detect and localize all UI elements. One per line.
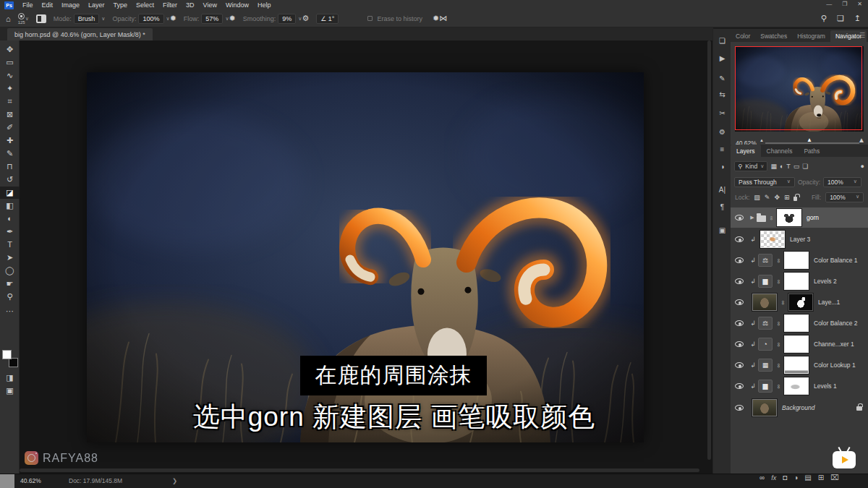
smoothing-gear-icon[interactable]: ⚙	[302, 14, 309, 23]
menu-layer[interactable]: Layer	[88, 1, 105, 9]
layer-row-color-balance-1[interactable]: ↲ ⚖ ∞ Color Balance 1	[731, 250, 868, 270]
gradient-tool[interactable]: ◧	[0, 200, 20, 212]
lock-pixels-icon[interactable]: ✎	[765, 194, 770, 201]
mask-link-icon[interactable]: ∞	[780, 299, 786, 306]
brush-panel-toggle-icon[interactable]	[36, 14, 46, 23]
actions-panel-icon[interactable]: ▶	[713, 51, 731, 65]
symmetry-icon[interactable]: ⋈	[439, 14, 447, 23]
mask-link-icon[interactable]: ∞	[775, 257, 782, 264]
brush-tool[interactable]: ✎	[0, 147, 20, 160]
menu-3d[interactable]: 3D	[186, 1, 195, 9]
crop-tool[interactable]: ⌗	[0, 95, 20, 108]
restore-button[interactable]: ❐	[842, 1, 847, 7]
visibility-eye-icon[interactable]	[735, 383, 744, 389]
zoom-out-icon[interactable]: ▲	[760, 138, 764, 142]
layer-name[interactable]: Levels 1	[814, 382, 837, 390]
layer-row-color-balance-2[interactable]: ↲ ⚖ ∞ Color Balance 2	[731, 313, 868, 333]
paragraph-panel-icon[interactable]: ¶	[713, 200, 731, 214]
visibility-eye-icon[interactable]	[735, 236, 744, 242]
menu-type[interactable]: Type	[114, 1, 128, 9]
history-panel-icon[interactable]: ❏	[713, 33, 731, 48]
layer-effects-icon[interactable]: fx	[771, 474, 776, 481]
channel-mixer-icon[interactable]: ◔	[758, 338, 773, 351]
status-zoom-field[interactable]: 40.62%	[20, 477, 41, 484]
menu-view[interactable]: View	[203, 1, 217, 9]
visibility-eye-icon[interactable]	[735, 278, 744, 284]
fill-field[interactable]: 100%∨	[825, 192, 864, 202]
color-balance-icon[interactable]: ⚖	[758, 317, 773, 330]
kind-filter-select[interactable]: ⚲ Kind ∨	[734, 161, 767, 171]
layer-mask-thumbnail[interactable]	[784, 273, 809, 290]
tab-channels[interactable]: Channels	[761, 145, 799, 157]
tablet-pressure-icon[interactable]: ✹	[433, 14, 439, 23]
settings-panel-icon[interactable]: ⚙	[713, 124, 731, 139]
adjustments-panel-icon[interactable]: ◑	[713, 159, 731, 174]
layer-name[interactable]: Layer 3	[790, 236, 810, 243]
layer-name[interactable]: Levels 2	[814, 278, 837, 285]
filter-shape-icon[interactable]: ▭	[793, 163, 800, 170]
history-brush-tool[interactable]: ↺	[0, 174, 20, 186]
layer-row-layer1[interactable]: ∞ Laye...1	[731, 292, 868, 312]
lock-transparency-icon[interactable]: ▨	[754, 194, 760, 201]
visibility-eye-icon[interactable]	[735, 341, 744, 347]
healing-brush-tool[interactable]: ✚	[0, 134, 20, 147]
new-layer-icon[interactable]: ⊞	[818, 474, 824, 481]
visibility-eye-icon[interactable]	[735, 215, 744, 221]
mask-link-icon[interactable]: ∞	[775, 320, 782, 327]
panel-menu-icon[interactable]: ☰	[859, 32, 865, 39]
pen-tool[interactable]: ✒	[0, 226, 20, 238]
layer-opacity-field[interactable]: 100%∨	[823, 177, 861, 187]
menu-filter[interactable]: Filter	[163, 1, 177, 9]
move-tool[interactable]: ✥	[0, 43, 20, 56]
menu-file[interactable]: File	[22, 1, 33, 9]
mode-chevron[interactable]: ∨	[101, 16, 105, 22]
tab-paths[interactable]: Paths	[798, 145, 825, 157]
filter-type-icon[interactable]: T	[786, 163, 791, 170]
menu-image[interactable]: Image	[61, 1, 80, 9]
layer-name[interactable]: Color Balance 2	[814, 320, 857, 327]
brush-preset-picker[interactable]: 125	[18, 13, 25, 25]
layer-mask-thumbnail[interactable]	[777, 209, 801, 226]
visibility-eye-icon[interactable]	[735, 257, 744, 263]
layer-mask-thumbnail[interactable]	[784, 335, 809, 353]
menu-window[interactable]: Window	[226, 1, 249, 9]
filter-toggle[interactable]: ●	[861, 163, 864, 170]
brush-settings-panel-icon[interactable]: ✎	[713, 71, 731, 85]
mode-select[interactable]: Brush	[74, 14, 100, 24]
new-group-icon[interactable]: ▤	[804, 474, 811, 481]
mask-link-icon[interactable]: ∞	[775, 382, 782, 390]
flow-field[interactable]: 57%	[201, 14, 223, 24]
menu-help[interactable]: Help	[258, 1, 271, 9]
filter-adjustment-icon[interactable]: ◐	[780, 163, 783, 170]
color-swatches[interactable]	[2, 350, 18, 367]
lasso-tool[interactable]: ∿	[0, 69, 20, 82]
search-icon[interactable]: ⚲	[821, 14, 827, 23]
blend-mode-select[interactable]: Pass Through∨	[734, 177, 795, 187]
cut-panel-icon[interactable]: ✂	[713, 106, 731, 120]
navigator-zoom-slider[interactable]	[765, 142, 859, 144]
document-tab[interactable]: big horn.psd @ 40.6% (gorn, Layer Mask/8…	[7, 28, 153, 40]
layer-mask-thumbnail[interactable]	[784, 377, 809, 395]
character-panel-icon[interactable]: A|	[713, 182, 731, 197]
close-button[interactable]: ✕	[857, 1, 862, 7]
brush-picker-chevron[interactable]: ∨	[25, 16, 29, 22]
layer-row-levels-1[interactable]: ↲ ▆ ∞ Levels 1	[731, 376, 868, 396]
libraries-panel-icon[interactable]: ▣	[713, 223, 731, 237]
tab-color[interactable]: Color	[731, 30, 755, 42]
erase-history-checkbox[interactable]	[367, 16, 373, 21]
layer-name[interactable]: Laye...1	[818, 299, 840, 306]
horizontal-scrollbar[interactable]	[20, 468, 699, 472]
new-adjustment-layer-icon[interactable]: ◑	[793, 474, 798, 481]
tab-layers[interactable]: Layers	[731, 145, 761, 157]
visibility-eye-icon[interactable]	[735, 362, 744, 368]
zoom-tool[interactable]: ⚲	[0, 291, 20, 303]
lock-position-icon[interactable]: ✥	[774, 194, 780, 201]
tab-swatches[interactable]: Swatches	[755, 30, 792, 42]
layer-mask-thumbnail[interactable]	[784, 314, 809, 332]
foreground-color-swatch[interactable]	[2, 350, 12, 359]
navigator-view-box[interactable]	[735, 46, 862, 130]
layer-mask-thumbnail[interactable]	[784, 252, 809, 269]
hand-tool[interactable]: ☛	[0, 278, 20, 290]
quick-selection-tool[interactable]: ✦	[0, 82, 20, 95]
mask-link-icon[interactable]: ∞	[775, 361, 782, 369]
